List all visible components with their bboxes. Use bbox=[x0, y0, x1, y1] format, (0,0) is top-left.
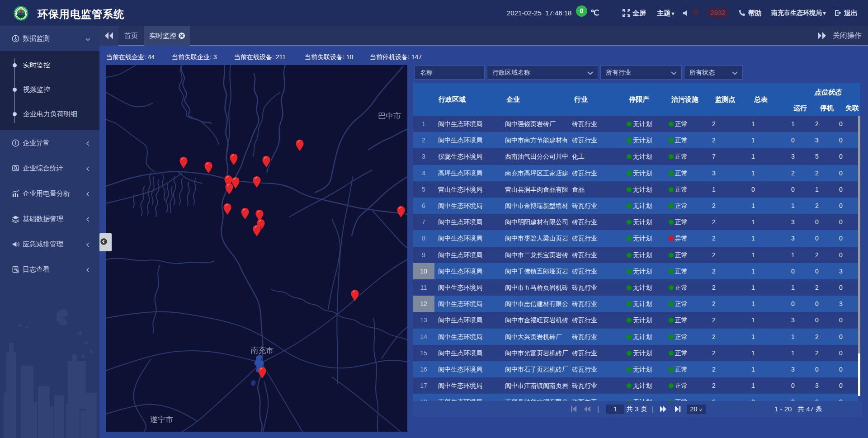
svg-text:巴中市: 巴中市 bbox=[378, 112, 401, 120]
svg-text:南充市: 南充市 bbox=[250, 346, 274, 355]
svg-text:遂宁市: 遂宁市 bbox=[150, 415, 173, 424]
